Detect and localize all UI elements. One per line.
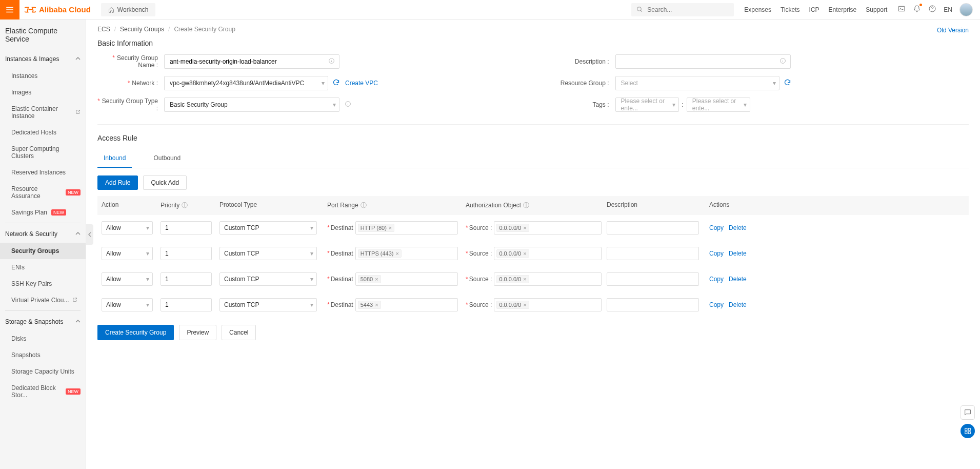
cancel-button[interactable]: Cancel xyxy=(222,325,256,340)
remove-chip-icon[interactable]: × xyxy=(375,302,378,308)
tab-outbound[interactable]: Outbound xyxy=(147,149,187,168)
delete-button[interactable]: Delete xyxy=(729,276,747,283)
lang-selector[interactable]: EN xyxy=(944,6,952,13)
create-sg-button[interactable]: Create Security Group xyxy=(97,325,174,340)
priority-input[interactable] xyxy=(161,221,212,234)
source-input[interactable]: 0.0.0.0/0 × xyxy=(494,247,602,260)
protocol-select[interactable]: Custom TCP▾ xyxy=(219,272,317,286)
priority-input[interactable] xyxy=(161,298,212,311)
input-name[interactable] xyxy=(170,58,325,65)
action-select[interactable]: Allow▾ xyxy=(102,272,153,286)
sidebar-item[interactable]: Reserved Instances xyxy=(0,164,86,181)
tab-inbound[interactable]: Inbound xyxy=(97,149,132,168)
apps-button[interactable] xyxy=(961,424,975,438)
workbench-button[interactable]: Workbench xyxy=(101,3,155,16)
copy-button[interactable]: Copy xyxy=(709,250,724,257)
tag-key-select[interactable]: Please select or ente... ▾ xyxy=(615,97,679,112)
protocol-select[interactable]: Custom TCP▾ xyxy=(219,221,317,234)
breadcrumb-ecs[interactable]: ECS xyxy=(97,26,110,33)
sidebar-item[interactable]: Dedicated Block Stor...NEW xyxy=(0,380,86,403)
quick-add-button[interactable]: Quick Add xyxy=(143,175,187,190)
port-input[interactable]: 5443 × xyxy=(355,298,458,311)
sidebar-item[interactable]: Dedicated Hosts xyxy=(0,124,86,141)
remove-chip-icon[interactable]: × xyxy=(396,250,399,257)
sidebar-item[interactable]: Images xyxy=(0,84,86,101)
add-rule-button[interactable]: Add Rule xyxy=(97,175,138,190)
copy-button[interactable]: Copy xyxy=(709,224,724,231)
create-vpc-link[interactable]: Create VPC xyxy=(345,80,378,87)
port-input[interactable]: HTTP (80) × xyxy=(355,221,458,234)
sidebar-section[interactable]: Instances & Images xyxy=(0,50,86,68)
remove-chip-icon[interactable]: × xyxy=(523,225,526,231)
source-input[interactable]: 0.0.0.0/0 × xyxy=(494,298,602,311)
sidebar-section[interactable]: Storage & Snapshots xyxy=(0,313,86,330)
refresh-network-icon[interactable] xyxy=(332,79,340,88)
brand-logo[interactable]: Alibaba Cloud xyxy=(25,4,91,15)
header-link-tickets[interactable]: Tickets xyxy=(781,6,800,13)
delete-button[interactable]: Delete xyxy=(729,301,747,308)
sidebar-item[interactable]: Snapshots xyxy=(0,347,86,363)
breadcrumb-sg[interactable]: Security Groups xyxy=(120,26,164,33)
remove-chip-icon[interactable]: × xyxy=(389,225,392,231)
sidebar-item[interactable]: Savings PlanNEW xyxy=(0,204,86,221)
description-input[interactable] xyxy=(607,272,699,286)
priority-input[interactable] xyxy=(161,272,212,286)
header-link-icp[interactable]: ICP xyxy=(809,6,819,13)
description-input[interactable] xyxy=(607,298,699,311)
copy-button[interactable]: Copy xyxy=(709,301,724,308)
delete-button[interactable]: Delete xyxy=(729,250,747,257)
sidebar-item[interactable]: Elastic Container Instance xyxy=(0,101,86,124)
search-input[interactable] xyxy=(647,6,729,13)
sidebar-item[interactable]: Virtual Private Clou... xyxy=(0,292,86,308)
description-input[interactable] xyxy=(607,221,699,234)
sidebar-item[interactable]: Disks xyxy=(0,330,86,347)
sidebar-item[interactable]: Super Computing Clusters xyxy=(0,141,86,164)
action-select[interactable]: Allow▾ xyxy=(102,247,153,260)
info-icon[interactable] xyxy=(328,57,335,66)
copy-button[interactable]: Copy xyxy=(709,276,724,283)
source-input[interactable]: 0.0.0.0/0 × xyxy=(494,272,602,286)
protocol-select[interactable]: Custom TCP▾ xyxy=(219,298,317,311)
sidebar-collapse-handle[interactable] xyxy=(86,224,93,245)
protocol-select[interactable]: Custom TCP▾ xyxy=(219,247,317,260)
info-icon[interactable] xyxy=(779,57,786,66)
header-link-support[interactable]: Support xyxy=(866,6,887,13)
port-input[interactable]: 5080 × xyxy=(355,272,458,286)
hamburger-menu-button[interactable] xyxy=(0,0,19,19)
sidebar-item[interactable]: Resource AssuranceNEW xyxy=(0,181,86,204)
select-type[interactable]: Basic Security Group ▾ xyxy=(164,97,339,112)
priority-input[interactable] xyxy=(161,247,212,260)
remove-chip-icon[interactable]: × xyxy=(375,276,378,282)
tag-value-select[interactable]: Please select or ente... ▾ xyxy=(687,97,750,112)
sidebar-item[interactable]: Storage Capacity Units xyxy=(0,363,86,380)
action-select[interactable]: Allow▾ xyxy=(102,298,153,311)
description-input[interactable] xyxy=(607,247,699,260)
header-link-enterprise[interactable]: Enterprise xyxy=(829,6,857,13)
source-input[interactable]: 0.0.0.0/0 × xyxy=(494,221,602,234)
input-description[interactable] xyxy=(621,58,776,65)
sidebar-item[interactable]: ENIs xyxy=(0,259,86,276)
refresh-rg-icon[interactable] xyxy=(784,79,791,88)
action-select[interactable]: Allow▾ xyxy=(102,221,153,234)
sidebar-item[interactable]: SSH Key Pairs xyxy=(0,276,86,292)
chat-button[interactable] xyxy=(961,405,975,420)
sidebar-item[interactable]: Instances xyxy=(0,68,86,84)
cloudshell-icon[interactable] xyxy=(897,5,906,14)
preview-button[interactable]: Preview xyxy=(179,325,216,340)
help-icon[interactable] xyxy=(928,5,936,14)
remove-chip-icon[interactable]: × xyxy=(523,250,526,257)
select-network[interactable]: vpc-gw88kmhety24xg8438un9/AntMediaAntiVP… xyxy=(164,76,328,90)
select-resource-group[interactable]: Select ▾ xyxy=(615,76,779,90)
header-link-expenses[interactable]: Expenses xyxy=(744,6,771,13)
notification-icon[interactable] xyxy=(913,5,921,14)
info-icon[interactable] xyxy=(345,101,351,109)
remove-chip-icon[interactable]: × xyxy=(523,302,526,308)
sidebar-item[interactable]: Security Groups xyxy=(0,243,86,259)
delete-button[interactable]: Delete xyxy=(729,224,747,231)
remove-chip-icon[interactable]: × xyxy=(523,276,526,282)
search-box[interactable] xyxy=(631,3,734,16)
old-version-link[interactable]: Old Version xyxy=(937,27,969,34)
port-input[interactable]: HTTPS (443) × xyxy=(355,247,458,260)
avatar[interactable] xyxy=(959,3,973,16)
sidebar-section[interactable]: Network & Security xyxy=(0,225,86,243)
